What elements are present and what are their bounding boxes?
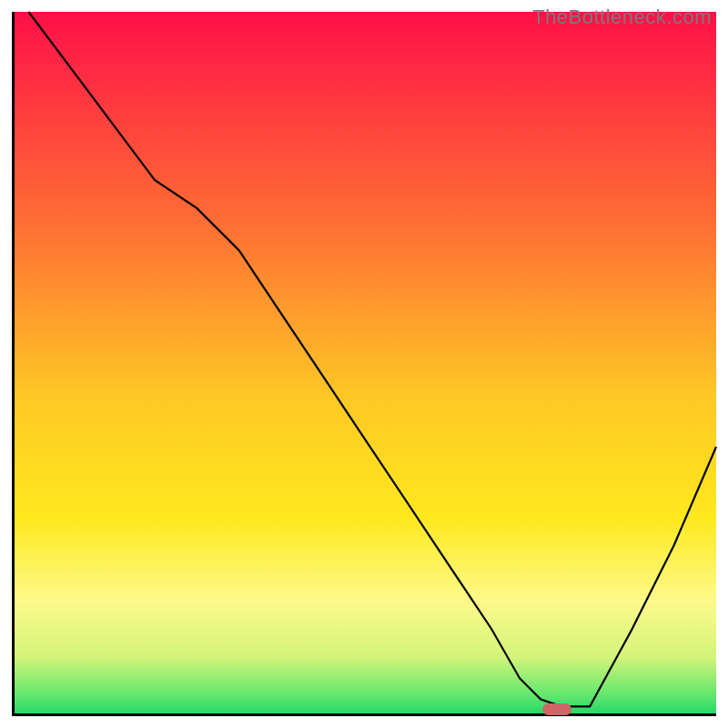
watermark-text: TheBottleneck.com (532, 5, 712, 29)
optimal-marker (542, 703, 571, 715)
bottleneck-curve (15, 12, 716, 713)
chart-plot-area (12, 12, 716, 716)
